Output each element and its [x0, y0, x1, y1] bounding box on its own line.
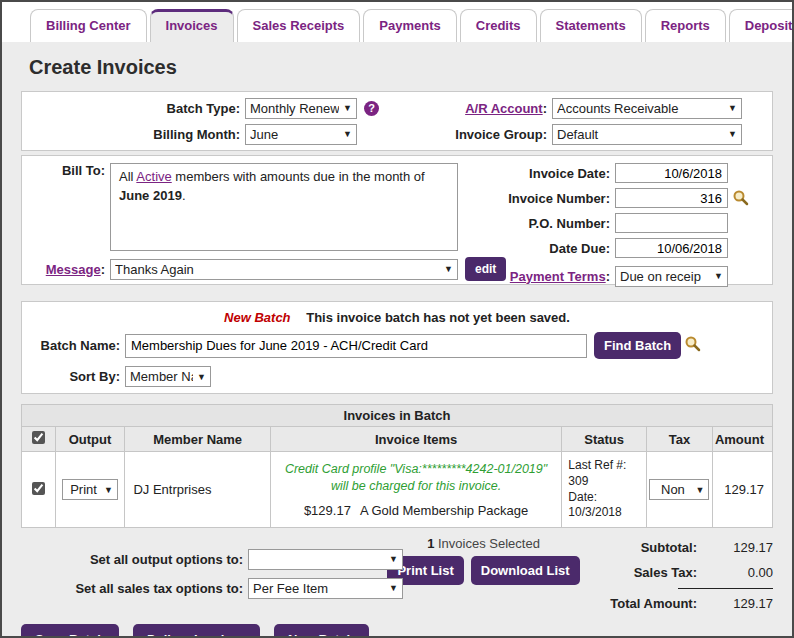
active-members-link[interactable]: Active — [136, 169, 171, 184]
search-icon[interactable] — [732, 189, 749, 210]
chevron-down-icon: ▼ — [343, 103, 352, 113]
save-batch-button[interactable]: Save Batch — [21, 624, 119, 638]
billing-month-label: Billing Month: — [30, 127, 240, 142]
subtotal-value: 129.17 — [711, 540, 773, 555]
message-link[interactable]: Message — [46, 262, 101, 277]
tab-credits[interactable]: Credits — [460, 9, 537, 42]
invoice-group-label: Invoice Group: — [397, 127, 547, 142]
totals-block: Subtotal: 129.17 Sales Tax: 0.00 Total A… — [543, 540, 773, 621]
col-invoice-items: Invoice Items — [270, 427, 562, 452]
set-output-label: Set all output options to: — [21, 552, 243, 567]
batch-type-label: Batch Type: — [30, 101, 240, 116]
invoice-item-line: $129.17A Gold Membership Package — [277, 503, 556, 518]
invoice-group-select[interactable]: Default ▼ — [552, 124, 742, 145]
sales-tax-value: 0.00 — [711, 565, 773, 580]
tab-deposits[interactable]: Deposits — [729, 9, 794, 42]
total-amount-label: Total Amount: — [610, 596, 697, 611]
col-tax: Tax — [646, 427, 712, 452]
totals-divider — [678, 588, 773, 589]
sales-tax-label: Sales Tax: — [634, 565, 697, 580]
bill-to-text: All Active members with amounts due in t… — [110, 163, 458, 251]
page-title: Create Invoices — [29, 56, 773, 79]
invoice-details-panel: Bill To: All Active members with amounts… — [21, 155, 773, 285]
new-batch-flag: New Batch — [224, 310, 290, 325]
invoice-date-label: Invoice Date: — [495, 166, 610, 181]
credit-card-note: Credit Card profile "Visa:*********4242-… — [277, 461, 556, 495]
help-icon[interactable]: ? — [364, 101, 379, 116]
search-icon[interactable] — [684, 335, 701, 356]
message-label: Message: — [30, 262, 105, 277]
footer-controls: 1 Invoices Selected Print List Download … — [21, 536, 773, 620]
invoice-items-cell: Credit Card profile "Visa:*********4242-… — [270, 452, 562, 528]
chevron-down-icon: ▼ — [728, 103, 737, 113]
batch-info-panel: New Batch This invoice batch has not yet… — [21, 301, 773, 394]
payment-terms-link[interactable]: Payment Terms — [510, 269, 606, 284]
tax-select[interactable]: Non ▼ — [649, 479, 709, 500]
batch-name-label: Batch Name: — [30, 338, 120, 353]
message-select[interactable]: Thanks Again ▼ — [110, 259, 458, 280]
batch-name-input[interactable] — [125, 334, 587, 358]
col-output: Output — [55, 427, 125, 452]
chevron-down-icon: ▼ — [444, 264, 453, 274]
col-amount: Amount — [712, 427, 772, 452]
member-name-cell: DJ Entrprises — [125, 452, 270, 528]
chevron-down-icon: ▼ — [389, 583, 398, 593]
chevron-down-icon: ▼ — [728, 129, 737, 139]
total-amount-value: 129.17 — [711, 596, 773, 611]
tab-invoices[interactable]: Invoices — [150, 9, 234, 42]
row-checkbox[interactable] — [32, 482, 45, 495]
chevron-down-icon: ▼ — [104, 485, 113, 495]
table-row: Print ▼ DJ Entrprises Credit Card profil… — [22, 452, 773, 528]
ar-account-label: A/R Account: — [397, 101, 547, 116]
po-number-label: P.O. Number: — [495, 216, 610, 231]
subtotal-label: Subtotal: — [641, 540, 697, 555]
payment-terms-select[interactable]: Due on receip ▼ — [615, 266, 728, 287]
sort-by-label: Sort By: — [30, 369, 120, 384]
chevron-down-icon: ▼ — [714, 271, 723, 281]
chevron-down-icon: ▼ — [695, 485, 704, 495]
batch-status-line: New Batch This invoice batch has not yet… — [30, 310, 764, 325]
tab-statements[interactable]: Statements — [540, 9, 642, 42]
set-output-select[interactable]: ▼ — [248, 549, 403, 570]
batch-type-select[interactable]: Monthly Renewal ▼ — [245, 98, 357, 119]
tab-payments[interactable]: Payments — [363, 9, 456, 42]
amount-cell: 129.17 — [712, 452, 772, 528]
po-number-input[interactable] — [615, 213, 728, 233]
new-batch-button[interactable]: New Batch — [274, 624, 368, 638]
chevron-down-icon: ▼ — [197, 372, 206, 382]
tab-reports[interactable]: Reports — [645, 9, 726, 42]
date-due-input[interactable] — [615, 238, 728, 258]
payment-terms-label: Payment Terms: — [510, 269, 610, 284]
ar-account-select[interactable]: Accounts Receivable ▼ — [552, 98, 742, 119]
billing-month-select[interactable]: June ▼ — [245, 124, 357, 145]
tab-bar: Billing Center Invoices Sales Receipts P… — [2, 2, 792, 42]
sort-by-select[interactable]: Member Nar ▼ — [125, 366, 211, 387]
chevron-down-icon: ▼ — [343, 129, 352, 139]
chevron-down-icon: ▼ — [389, 554, 398, 564]
invoice-date-input[interactable] — [615, 163, 728, 183]
invoice-number-label: Invoice Number: — [495, 191, 610, 206]
bill-to-label: Bill To: — [30, 163, 105, 251]
billing-center-page: Billing Center Invoices Sales Receipts P… — [0, 0, 794, 638]
batch-status-text: This invoice batch has not yet been save… — [306, 310, 570, 325]
set-tax-select[interactable]: Per Fee Item ▼ — [248, 578, 403, 599]
tab-billing-center[interactable]: Billing Center — [30, 9, 147, 42]
col-status: Status — [562, 427, 647, 452]
action-buttons: Save Batch Deliver Invoices New Batch — [21, 624, 773, 638]
output-select[interactable]: Print ▼ — [62, 479, 118, 500]
invoices-table: Invoices in Batch Output Member Name Inv… — [21, 404, 773, 528]
date-due-label: Date Due: — [495, 241, 610, 256]
status-cell: Last Ref #: 309 Date: 10/3/2018 — [562, 452, 647, 528]
select-all-checkbox[interactable] — [32, 431, 45, 444]
tab-sales-receipts[interactable]: Sales Receipts — [237, 9, 361, 42]
find-batch-button[interactable]: Find Batch — [594, 332, 681, 359]
deliver-invoices-button[interactable]: Deliver Invoices — [133, 624, 260, 638]
table-title: Invoices in Batch — [22, 405, 773, 427]
set-tax-label: Set all sales tax options to: — [21, 581, 243, 596]
col-member-name: Member Name — [125, 427, 270, 452]
ar-account-link[interactable]: A/R Account — [465, 101, 543, 116]
batch-settings-panel: Batch Type: Monthly Renewal ▼ ? Billing … — [21, 91, 773, 151]
invoice-number-input[interactable] — [615, 188, 728, 208]
